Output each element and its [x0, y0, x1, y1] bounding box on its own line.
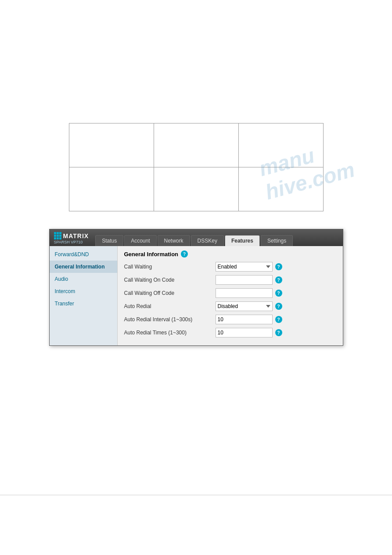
- form-row-auto-redial-times: Auto Redial Times (1~300) ?: [124, 328, 336, 337]
- logo-dot-6: [59, 235, 61, 237]
- help-icon-auto-redial-times[interactable]: ?: [275, 329, 282, 336]
- grid-table: [69, 123, 324, 211]
- logo-matrix: MATRIX: [54, 232, 89, 239]
- logo-dot-4: [54, 235, 56, 237]
- logo-dot-7: [54, 237, 56, 239]
- form-row-call-waiting: Call Waiting Enabled Disabled ?: [124, 262, 336, 272]
- ui-sidebar: Forward&DND General Information Audio In…: [50, 246, 118, 345]
- tab-network[interactable]: Network: [158, 235, 190, 246]
- form-row-call-waiting-on-code: Call Waiting On Code ?: [124, 275, 336, 285]
- help-icon-call-waiting-on-code[interactable]: ?: [275, 276, 282, 283]
- bottom-spacer: [0, 346, 392, 513]
- control-auto-redial-times: ?: [216, 328, 282, 337]
- logo-sub: SPARSH VP710: [54, 240, 83, 244]
- input-call-waiting-off-code[interactable]: [216, 288, 273, 298]
- tab-dsskey[interactable]: DSSKey: [191, 235, 224, 246]
- ui-main: General Information ? Call Waiting Enabl…: [118, 246, 343, 345]
- help-icon-call-waiting[interactable]: ?: [275, 263, 282, 270]
- form-row-call-waiting-off-code: Call Waiting Off Code ?: [124, 288, 336, 298]
- help-icon-auto-redial-interval[interactable]: ?: [275, 316, 282, 323]
- label-auto-redial: Auto Redial: [124, 303, 212, 309]
- label-call-waiting-on-code: Call Waiting On Code: [124, 277, 212, 283]
- control-call-waiting-on-code: ?: [216, 275, 282, 285]
- control-auto-redial: Enabled Disabled ?: [216, 301, 282, 311]
- ui-content: Forward&DND General Information Audio In…: [50, 246, 343, 345]
- grid-cell-2: [154, 123, 238, 167]
- logo-dot-5: [57, 235, 59, 237]
- label-call-waiting-off-code: Call Waiting Off Code: [124, 290, 212, 296]
- grid-cell-4: [69, 167, 154, 211]
- sidebar-item-audio[interactable]: Audio: [50, 273, 117, 285]
- grid-cell-3: [238, 123, 323, 167]
- logo-dot-9: [59, 237, 61, 239]
- help-icon-auto-redial[interactable]: ?: [275, 303, 282, 310]
- grid-cell-6: [238, 167, 323, 211]
- ui-window: MATRIX SPARSH VP710 Status Account Netwo…: [49, 229, 343, 346]
- sidebar-item-forward-dnd[interactable]: Forward&DND: [50, 248, 117, 261]
- label-auto-redial-times: Auto Redial Times (1~300): [124, 330, 212, 336]
- select-call-waiting[interactable]: Enabled Disabled: [216, 262, 273, 272]
- top-spacer: [0, 0, 392, 119]
- logo-dot-3: [59, 232, 61, 234]
- section-title-text: General Information: [124, 251, 179, 258]
- form-row-auto-redial-interval: Auto Redial Interval (1~300s) ?: [124, 315, 336, 324]
- logo-text: MATRIX: [63, 232, 89, 239]
- bottom-divider: [0, 495, 392, 495]
- control-auto-redial-interval: ?: [216, 315, 282, 324]
- grid-cell-5: [154, 167, 238, 211]
- logo-dot-2: [57, 232, 59, 234]
- grid-section: manuhive.com: [0, 119, 392, 220]
- tab-account[interactable]: Account: [124, 235, 156, 246]
- logo-icon: [54, 232, 61, 239]
- logo-dot-1: [54, 232, 56, 234]
- section-help-icon[interactable]: ?: [181, 250, 188, 258]
- sidebar-item-transfer[interactable]: Transfer: [50, 297, 117, 310]
- logo-dot-8: [57, 237, 59, 239]
- grid-cell-1: [69, 123, 154, 167]
- help-icon-call-waiting-off-code[interactable]: ?: [275, 290, 282, 297]
- sidebar-item-intercom[interactable]: Intercom: [50, 285, 117, 297]
- logo-area: MATRIX SPARSH VP710: [54, 232, 89, 246]
- input-call-waiting-on-code[interactable]: [216, 275, 273, 285]
- ui-header: MATRIX SPARSH VP710 Status Account Netwo…: [50, 229, 343, 246]
- input-auto-redial-interval[interactable]: [216, 315, 273, 324]
- nav-tabs: Status Account Network DSSKey Features S…: [95, 235, 293, 246]
- select-auto-redial[interactable]: Enabled Disabled: [216, 301, 273, 311]
- tab-settings[interactable]: Settings: [261, 235, 293, 246]
- control-call-waiting-off-code: ?: [216, 288, 282, 298]
- section-title: General Information ?: [124, 250, 336, 258]
- control-call-waiting: Enabled Disabled ?: [216, 262, 282, 272]
- label-call-waiting: Call Waiting: [124, 264, 212, 270]
- tab-status[interactable]: Status: [95, 235, 123, 246]
- form-row-auto-redial: Auto Redial Enabled Disabled ?: [124, 301, 336, 311]
- input-auto-redial-times[interactable]: [216, 328, 273, 337]
- tab-features[interactable]: Features: [225, 235, 260, 246]
- ui-area: MATRIX SPARSH VP710 Status Account Netwo…: [0, 229, 392, 346]
- sidebar-item-general-information[interactable]: General Information: [50, 261, 117, 273]
- label-auto-redial-interval: Auto Redial Interval (1~300s): [124, 316, 212, 323]
